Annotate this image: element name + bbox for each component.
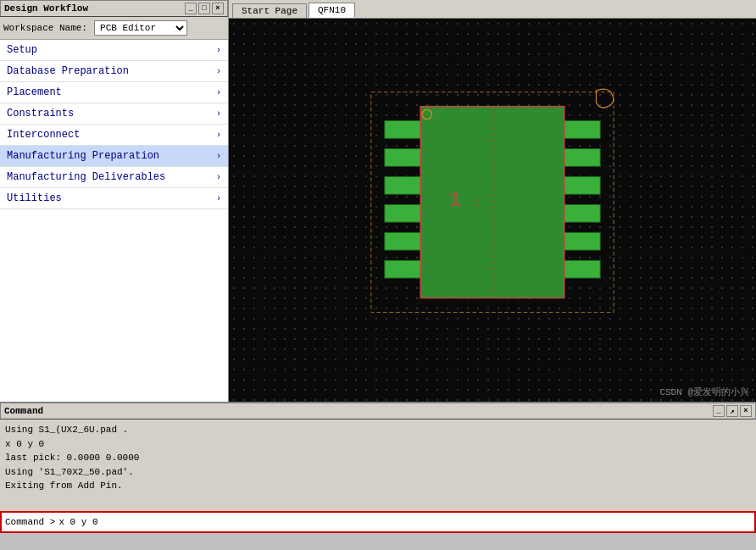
- svg-rect-9: [564, 148, 600, 166]
- svg-rect-11: [564, 204, 600, 222]
- canvas-area: Start Page QFN10: [229, 0, 756, 402]
- close-button[interactable]: ×: [212, 3, 224, 14]
- command-line-3: last pick: 0.0000 0.0000: [5, 451, 751, 465]
- workflow-item-label: Interconnect: [7, 129, 80, 141]
- command-controls[interactable]: _ ↗ ×: [713, 405, 752, 417]
- command-input[interactable]: [58, 517, 751, 527]
- workflow-item-manufacturing-deliverables[interactable]: Manufacturing Deliverables ›: [0, 167, 228, 188]
- command-input-row[interactable]: Command >: [0, 511, 756, 533]
- svg-rect-12: [564, 232, 600, 250]
- workflow-item-database-preparation[interactable]: Database Preparation ›: [0, 61, 228, 82]
- float-command-button[interactable]: ↗: [726, 405, 738, 417]
- workflow-item-label: Placement: [7, 86, 62, 98]
- svg-text:1: 1: [448, 187, 462, 213]
- workspace-select[interactable]: PCB Editor Schematic Editor: [94, 20, 187, 36]
- workflow-item-label: Manufacturing Deliverables: [7, 171, 165, 183]
- chevron-right-icon: ›: [216, 194, 221, 203]
- chevron-right-icon: ›: [216, 131, 221, 140]
- command-line-1: Using S1_(UX2_6U.pad .: [5, 423, 751, 437]
- svg-rect-8: [564, 121, 600, 139]
- workflow-item-manufacturing-preparation[interactable]: Manufacturing Preparation ›: [0, 146, 228, 167]
- command-title: Command: [4, 406, 43, 416]
- svg-rect-4: [385, 176, 420, 194]
- workflow-item-placement[interactable]: Placement ›: [0, 82, 228, 103]
- tab-bar: Start Page QFN10: [229, 0, 756, 19]
- pcb-canvas[interactable]: 1 1 CSDN @爱发明的小兴: [229, 19, 756, 402]
- workflow-item-label: Database Preparation: [7, 65, 129, 77]
- chevron-right-icon: ›: [216, 88, 221, 97]
- workspace-label: Workspace Name:: [3, 23, 87, 33]
- panel-title: Design Workflow: [4, 3, 88, 14]
- command-title-bar: Command _ ↗ ×: [0, 403, 756, 419]
- tab-qfn10[interactable]: QFN10: [309, 3, 355, 18]
- workflow-item-label: Setup: [7, 44, 37, 56]
- workflow-item-interconnect[interactable]: Interconnect ›: [0, 125, 228, 146]
- chevron-right-icon: ›: [216, 67, 221, 76]
- command-output: Using S1_(UX2_6U.pad . x 0 y 0 last pick…: [0, 419, 756, 511]
- svg-rect-3: [385, 148, 420, 166]
- svg-rect-10: [564, 176, 600, 194]
- workflow-item-label: Constraints: [7, 108, 74, 119]
- workflow-item-label: Manufacturing Preparation: [7, 150, 159, 162]
- tab-start-page[interactable]: Start Page: [232, 3, 307, 18]
- chevron-right-icon: ›: [216, 46, 221, 55]
- panel-title-bar: Design Workflow _ □ ×: [0, 0, 228, 17]
- svg-rect-2: [385, 121, 420, 139]
- restore-button[interactable]: □: [198, 3, 210, 14]
- chevron-right-icon: ›: [216, 152, 221, 161]
- close-command-button[interactable]: ×: [740, 405, 752, 417]
- svg-rect-7: [385, 260, 420, 278]
- svg-rect-6: [385, 232, 420, 250]
- chevron-right-icon: ›: [216, 173, 221, 182]
- command-prompt: Command >: [5, 517, 55, 527]
- workflow-item-constraints[interactable]: Constraints ›: [0, 103, 228, 125]
- chevron-right-icon: ›: [216, 109, 221, 119]
- workflow-item-utilities[interactable]: Utilities ›: [0, 188, 228, 209]
- workspace-row: Workspace Name: PCB Editor Schematic Edi…: [0, 17, 228, 40]
- svg-rect-13: [564, 260, 600, 278]
- panel-controls[interactable]: _ □ ×: [185, 3, 224, 14]
- minimize-command-button[interactable]: _: [713, 405, 725, 417]
- workflow-list: Setup › Database Preparation › Placement…: [0, 40, 228, 402]
- command-line-5: Exiting from Add Pin.: [5, 479, 751, 493]
- svg-text:1: 1: [472, 197, 479, 209]
- workflow-item-setup[interactable]: Setup ›: [0, 40, 228, 61]
- minimize-button[interactable]: _: [185, 3, 197, 14]
- pcb-component-svg: 1 1: [229, 19, 756, 402]
- watermark: CSDN @爱发明的小兴: [659, 386, 749, 398]
- workflow-item-label: Utilities: [7, 192, 62, 204]
- command-section: Command _ ↗ × Using S1_(UX2_6U.pad . x 0…: [0, 402, 756, 533]
- command-line-2: x 0 y 0: [5, 437, 751, 452]
- svg-rect-5: [385, 204, 420, 222]
- command-line-4: Using 'S1_70X2_50.pad'.: [5, 465, 751, 480]
